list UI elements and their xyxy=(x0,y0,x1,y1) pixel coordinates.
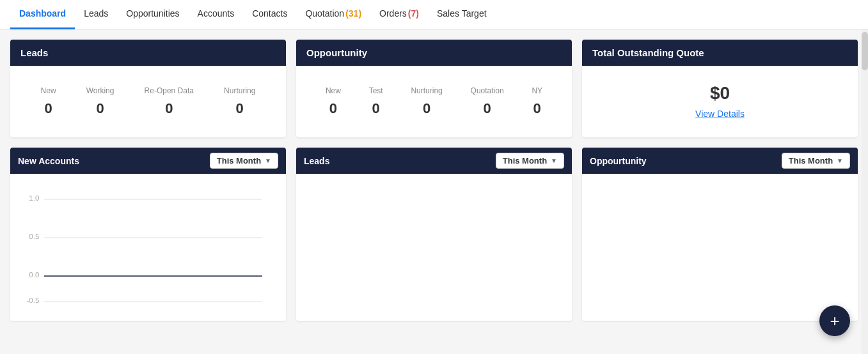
leads-stat-new: New 0 xyxy=(41,86,56,117)
opportunity-card-title: Oppourtunity xyxy=(306,47,367,58)
leads-working-label: Working xyxy=(86,86,114,95)
leads-nurturing-label: Nurturing xyxy=(224,86,255,95)
orders-badge: (7) xyxy=(408,8,419,19)
scrollbar-track[interactable] xyxy=(862,29,868,341)
opportunity-card-header: Oppourtunity xyxy=(296,40,572,66)
leads-chart-dropdown-label: This Month xyxy=(503,156,547,165)
main-content: Leads New 0 Working 0 Re-Open Data 0 xyxy=(0,29,868,341)
opp-test-value: 0 xyxy=(369,100,383,117)
opp-nurturing-label: Nurturing xyxy=(411,86,442,95)
new-accounts-dropdown[interactable]: This Month ▼ xyxy=(210,153,278,169)
opportunity-chart-card: Oppourtunity This Month ▼ xyxy=(582,148,858,321)
nav-dashboard-label: Dashboard xyxy=(19,8,66,19)
opp-stat-ny: NY 0 xyxy=(532,86,542,117)
leads-nurturing-value: 0 xyxy=(224,100,255,117)
svg-text:0.5: 0.5 xyxy=(29,233,39,240)
svg-text:0.0: 0.0 xyxy=(29,271,39,279)
new-accounts-card: New Accounts This Month ▼ 1.0 0.5 0.0 -0… xyxy=(10,148,286,321)
top-card-row: Leads New 0 Working 0 Re-Open Data 0 xyxy=(10,40,858,137)
leads-card-title: Leads xyxy=(20,47,48,58)
new-accounts-chart-body: 1.0 0.5 0.0 -0.5 xyxy=(10,174,286,321)
nav-quotation[interactable]: Quotation (31) xyxy=(296,0,370,29)
opp-stat-new: New 0 xyxy=(326,86,341,117)
opp-stat-nurturing: Nurturing 0 xyxy=(411,86,442,117)
nav-accounts[interactable]: Accounts xyxy=(189,0,244,29)
chevron-down-icon: ▼ xyxy=(837,157,843,164)
quotation-badge: (31) xyxy=(345,8,361,19)
leads-chart-body xyxy=(296,174,572,321)
outstanding-amount: $0 xyxy=(710,83,730,104)
view-details-link[interactable]: View Details xyxy=(695,109,745,119)
opp-quotation-value: 0 xyxy=(471,100,504,117)
leads-card-body: New 0 Working 0 Re-Open Data 0 Nurturing… xyxy=(10,66,286,137)
scrollbar-thumb[interactable] xyxy=(862,32,868,70)
outstanding-card-body: $0 View Details xyxy=(582,66,858,136)
opp-nurturing-value: 0 xyxy=(411,100,442,117)
nav-leads-label: Leads xyxy=(84,8,108,19)
leads-working-value: 0 xyxy=(86,100,114,117)
opp-quotation-label: Quotation xyxy=(471,86,504,95)
opportunity-card-body: New 0 Test 0 Nurturing 0 Quotation 0 xyxy=(296,66,572,137)
leads-stat-working: Working 0 xyxy=(86,86,114,117)
nav-sales-target[interactable]: Sales Target xyxy=(428,0,496,29)
leads-stats-row: New 0 Working 0 Re-Open Data 0 Nurturing… xyxy=(20,76,276,127)
leads-card-header: Leads xyxy=(10,40,286,66)
nav-bar: Dashboard Leads Opportunities Accounts C… xyxy=(0,0,868,29)
nav-sales-target-label: Sales Target xyxy=(437,8,487,19)
new-accounts-svg: 1.0 0.5 0.0 -0.5 xyxy=(20,181,276,309)
chevron-down-icon: ▼ xyxy=(551,157,557,164)
opportunity-chart-dropdown-label: This Month xyxy=(789,156,833,165)
opportunity-chart-body xyxy=(582,174,858,321)
nav-orders[interactable]: Orders (7) xyxy=(370,0,428,29)
opportunity-chart-dropdown[interactable]: This Month ▼ xyxy=(782,153,850,169)
svg-text:-0.5: -0.5 xyxy=(27,296,40,304)
nav-contacts[interactable]: Contacts xyxy=(243,0,296,29)
opp-new-value: 0 xyxy=(326,100,341,117)
leads-chart-header: Leads This Month ▼ xyxy=(296,148,572,174)
new-accounts-card-header: New Accounts This Month ▼ xyxy=(10,148,286,174)
opportunity-stats-row: New 0 Test 0 Nurturing 0 Quotation 0 xyxy=(306,76,562,127)
leads-summary-card: Leads New 0 Working 0 Re-Open Data 0 xyxy=(10,40,286,137)
opp-stat-quotation: Quotation 0 xyxy=(471,86,504,117)
new-accounts-chart: 1.0 0.5 0.0 -0.5 xyxy=(20,181,276,309)
leads-reopen-label: Re-Open Data xyxy=(145,86,194,95)
leads-chart-card: Leads This Month ▼ xyxy=(296,148,572,321)
leads-chart-title: Leads xyxy=(304,156,329,166)
leads-stat-nurturing: Nurturing 0 xyxy=(224,86,255,117)
opp-test-label: Test xyxy=(369,86,383,95)
leads-new-value: 0 xyxy=(41,100,56,117)
leads-stat-reopen: Re-Open Data 0 xyxy=(145,86,194,117)
new-accounts-title: New Accounts xyxy=(18,156,79,166)
nav-accounts-label: Accounts xyxy=(198,8,235,19)
chevron-down-icon: ▼ xyxy=(265,157,271,164)
opportunity-chart-title: Oppourtunity xyxy=(590,156,647,166)
opportunity-summary-card: Oppourtunity New 0 Test 0 Nurturing 0 xyxy=(296,40,572,137)
opp-new-label: New xyxy=(326,86,341,95)
leads-reopen-value: 0 xyxy=(145,100,194,117)
nav-orders-label: Orders xyxy=(379,8,407,19)
svg-text:1.0: 1.0 xyxy=(29,194,39,202)
fab-icon: + xyxy=(830,311,839,331)
fab-button[interactable]: + xyxy=(819,305,850,336)
nav-contacts-label: Contacts xyxy=(252,8,287,19)
nav-opportunities[interactable]: Opportunities xyxy=(117,0,188,29)
opp-ny-label: NY xyxy=(532,86,542,95)
leads-chart-dropdown[interactable]: This Month ▼ xyxy=(496,153,564,169)
nav-quotation-label: Quotation xyxy=(305,8,344,19)
nav-dashboard[interactable]: Dashboard xyxy=(10,0,75,29)
nav-leads[interactable]: Leads xyxy=(75,0,117,29)
outstanding-card-title: Total Outstanding Quote xyxy=(592,47,704,58)
new-accounts-dropdown-label: This Month xyxy=(217,156,261,165)
outstanding-card: Total Outstanding Quote $0 View Details xyxy=(582,40,858,137)
nav-opportunities-label: Opportunities xyxy=(126,8,179,19)
outstanding-card-header: Total Outstanding Quote xyxy=(582,40,858,66)
opportunity-chart-header: Oppourtunity This Month ▼ xyxy=(582,148,858,174)
opp-stat-test: Test 0 xyxy=(369,86,383,117)
opp-ny-value: 0 xyxy=(532,100,542,117)
leads-new-label: New xyxy=(41,86,56,95)
bottom-card-row: New Accounts This Month ▼ 1.0 0.5 0.0 -0… xyxy=(10,148,858,321)
